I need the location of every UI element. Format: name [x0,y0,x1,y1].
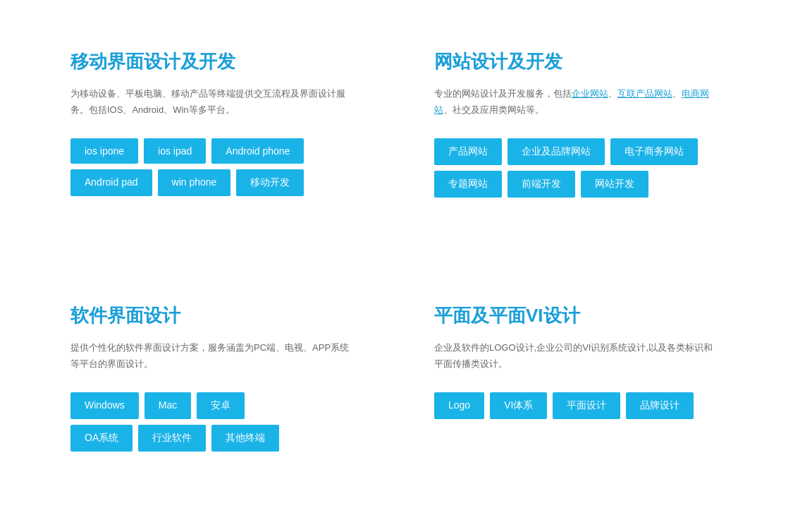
web-tags-row2: 专题网站 前端开发 网站开发 [434,171,742,198]
mobile-design-title: 移动界面设计及开发 [70,49,378,74]
web-design-desc: 专业的网站设计及开发服务，包括企业网站、互联产品网站、电商网站、社交及应用类网站… [434,85,742,119]
tag-flat-design[interactable]: 平面设计 [553,392,620,419]
software-tags-row1: Windows Mac 安卓 [70,392,378,419]
tag-ecommerce[interactable]: 电子商务网站 [610,138,698,165]
tag-web-dev[interactable]: 网站开发 [581,171,648,198]
tag-android-pad[interactable]: Android pad [70,169,152,196]
tag-frontend-dev[interactable]: 前端开发 [508,171,575,198]
tag-android-os[interactable]: 安卓 [197,392,245,419]
mobile-design-section: 移动界面设计及开发 为移动设备、平板电脑、移动产品等终端提供交互流程及界面设计服… [56,28,406,226]
tag-product-site[interactable]: 产品网站 [434,138,502,165]
mobile-tags-row2: Android pad win phone 移动开发 [70,169,378,196]
tag-enterprise-brand[interactable]: 企业及品牌网站 [508,138,605,165]
software-design-section: 软件界面设计 提供个性化的软件界面设计方案，服务涵盖为PC端、电视、APP系统等… [56,282,406,480]
tag-ios-ipad[interactable]: ios ipad [144,138,206,164]
tag-oa-system[interactable]: OA系统 [70,425,133,452]
flat-tags-row1: Logo VI体系 平面设计 品牌设计 [434,392,742,419]
tag-special-topic[interactable]: 专题网站 [434,171,502,198]
tag-brand-design[interactable]: 品牌设计 [626,392,694,419]
flat-design-title: 平面及平面VI设计 [434,303,742,328]
tag-logo[interactable]: Logo [434,392,484,419]
tag-windows[interactable]: Windows [70,392,139,419]
tag-industry-software[interactable]: 行业软件 [138,425,206,452]
tag-win-phone[interactable]: win phone [158,169,231,196]
tag-mac[interactable]: Mac [144,392,191,419]
tag-android-phone[interactable]: Android phone [211,138,304,164]
software-tags-row2: OA系统 行业软件 其他终端 [70,425,378,452]
tag-mobile-dev[interactable]: 移动开发 [236,169,304,196]
flat-design-desc: 企业及软件的LOGO设计,企业公司的VI识别系统设计,以及各类标识和平面传播类设… [434,339,742,373]
software-design-desc: 提供个性化的软件界面设计方案，服务涵盖为PC端、电视、APP系统等平台的界面设计… [70,339,378,373]
mobile-design-desc: 为移动设备、平板电脑、移动产品等终端提供交互流程及界面设计服务。包括IOS、An… [70,85,378,119]
tag-vi-system[interactable]: VI体系 [490,392,547,419]
web-tags-row1: 产品网站 企业及品牌网站 电子商务网站 [434,138,742,165]
flat-design-section: 平面及平面VI设计 企业及软件的LOGO设计,企业公司的VI识别系统设计,以及各… [406,282,756,480]
mobile-tags-row1: ios ipone ios ipad Android phone [70,138,378,164]
tag-ios-iphone[interactable]: ios ipone [70,138,138,164]
software-design-title: 软件界面设计 [70,303,378,328]
tag-other-terminal[interactable]: 其他终端 [211,425,279,452]
web-design-section: 网站设计及开发 专业的网站设计及开发服务，包括企业网站、互联产品网站、电商网站、… [406,28,756,226]
web-design-title: 网站设计及开发 [434,49,742,74]
